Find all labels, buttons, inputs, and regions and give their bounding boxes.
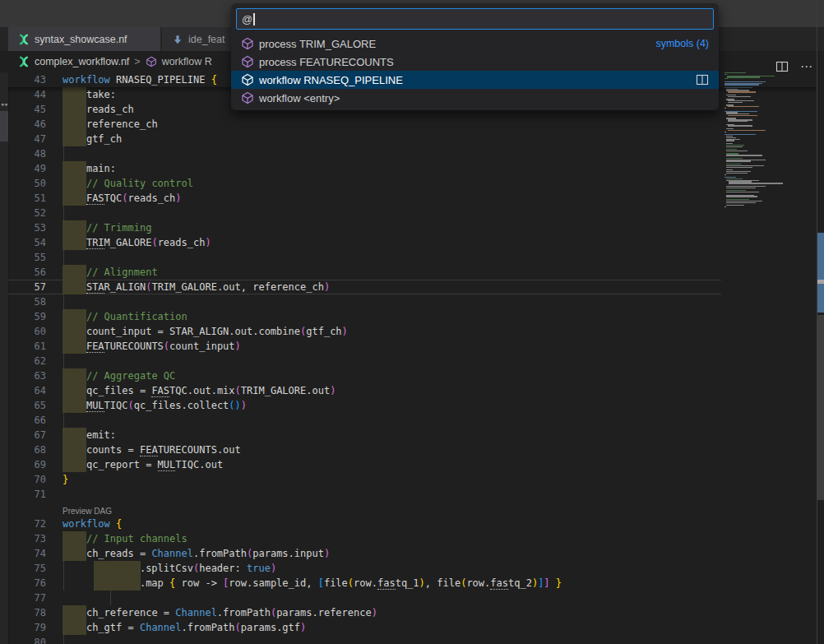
minimap-line bbox=[726, 167, 752, 168]
line-number: 43 bbox=[8, 72, 46, 87]
line-content: main: bbox=[54, 161, 721, 176]
code-line-73[interactable]: 73 // Input channels bbox=[8, 531, 721, 546]
line-number: 50 bbox=[8, 176, 46, 191]
minimap-line bbox=[728, 115, 757, 116]
line-content: qc_report = MULTIQC.out bbox=[54, 457, 721, 472]
code-line-54[interactable]: 54 TRIM_GALORE(reads_ch) bbox=[8, 235, 721, 250]
line-number: 63 bbox=[8, 368, 46, 383]
breadcrumb-symbol[interactable]: workflow R bbox=[162, 56, 212, 67]
code-line-48[interactable]: 48 bbox=[8, 146, 721, 161]
code-line-80[interactable]: 80 bbox=[8, 635, 721, 644]
code-line-53[interactable]: 53 // Trimming bbox=[8, 220, 721, 235]
code-line-46[interactable]: 46 reference_ch bbox=[8, 117, 721, 132]
code-line-77[interactable]: 77 bbox=[8, 591, 721, 605]
code-line-66[interactable]: 66 bbox=[8, 413, 721, 428]
quickpick-item[interactable]: workflow RNASEQ_PIPELINE bbox=[231, 71, 719, 89]
quickpick-item[interactable]: process TRIM_GALOREsymbols (4) bbox=[231, 35, 719, 53]
code-line-67[interactable]: 67 emit: bbox=[8, 428, 721, 442]
quickpick-item[interactable]: process FEATURECOUNTS bbox=[231, 53, 719, 71]
line-number: 56 bbox=[8, 265, 46, 280]
code-line-50[interactable]: 50 // Quality control bbox=[8, 176, 721, 191]
minimap-line bbox=[728, 125, 752, 126]
line-number: 51 bbox=[8, 191, 46, 206]
code-line-75[interactable]: 75 .splitCsv(header: true) bbox=[8, 561, 721, 576]
code-line-78[interactable]: 78 ch_reference = Channel.fromPath(param… bbox=[8, 605, 721, 620]
minimap-line bbox=[726, 160, 751, 161]
code-line-65[interactable]: 65 MULTIQC(qc_files.collect()) bbox=[8, 398, 721, 413]
line-number: 46 bbox=[8, 117, 46, 132]
code-line-47[interactable]: 47 gtf_ch bbox=[8, 132, 721, 146]
code-line-68[interactable]: 68 counts = FEATURECOUNTS.out bbox=[8, 442, 721, 457]
split-editor-icon[interactable] bbox=[775, 60, 789, 73]
code-line-57[interactable]: 57 STAR_ALIGN(TRIM_GALORE.out, reference… bbox=[8, 280, 721, 294]
code-line-64[interactable]: 64 qc_files = FASTQC.out.mix(TRIM_GALORE… bbox=[8, 383, 721, 398]
code-line-62[interactable]: 62 bbox=[8, 354, 721, 368]
minimap-line bbox=[724, 132, 726, 132]
open-to-side-icon[interactable] bbox=[696, 73, 709, 86]
code-line-74[interactable]: 74 ch_reads = Channel.fromPath(params.in… bbox=[8, 546, 721, 561]
line-content: workflow { bbox=[54, 517, 721, 531]
line-number: 48 bbox=[8, 146, 46, 161]
code-line-79[interactable]: 79 ch_gtf = Channel.fromPath(params.gtf) bbox=[8, 620, 721, 635]
code-line-52[interactable]: 52 bbox=[8, 206, 721, 220]
code-line-63[interactable]: 63 // Aggregate QC bbox=[8, 368, 721, 383]
line-number: 47 bbox=[8, 132, 46, 146]
breadcrumb-file[interactable]: complex_workflow.nf bbox=[35, 56, 129, 67]
overflow-dots-icon[interactable]: ●● bbox=[1, 101, 7, 107]
quickpick-input[interactable]: @ bbox=[236, 8, 714, 30]
line-content: // Quantification bbox=[54, 309, 721, 324]
quickpick-item[interactable]: workflow <entry> bbox=[231, 89, 719, 107]
line-content: ch_reference = Channel.fromPath(params.r… bbox=[54, 605, 721, 620]
code-line-70[interactable]: 70} bbox=[8, 472, 721, 487]
symbol-cube-icon bbox=[146, 56, 157, 67]
minimap-line bbox=[726, 196, 757, 197]
quick-pick-panel: @ process TRIM_GALOREsymbols (4)process … bbox=[231, 3, 719, 110]
symbol-cube-icon bbox=[241, 55, 254, 68]
quickpick-item-label: workflow <entry> bbox=[259, 92, 709, 104]
symbol-cube-icon bbox=[241, 73, 254, 86]
code-line-72[interactable]: 72workflow { bbox=[8, 517, 721, 531]
breadcrumb-separator: > bbox=[134, 56, 140, 67]
symbols-count-badge[interactable]: symbols (4) bbox=[655, 38, 709, 49]
strip-scrollbar-thumb[interactable] bbox=[0, 111, 8, 141]
tab-syntax-showcase[interactable]: syntax_showcase.nf bbox=[8, 27, 161, 51]
code-line-58[interactable]: 58 bbox=[8, 294, 721, 309]
quickpick-item-label: process TRIM_GALORE bbox=[259, 38, 650, 50]
code-line-76[interactable]: 76 .map { row -> [row.sample_id, [file(r… bbox=[8, 576, 721, 591]
line-content: MULTIQC(qc_files.collect()) bbox=[54, 398, 721, 413]
code-editor[interactable]: 43workflow RNASEQ_PIPELINE {44 take:45 r… bbox=[8, 72, 817, 644]
line-number: 60 bbox=[8, 324, 46, 339]
line-number: 68 bbox=[8, 442, 46, 457]
line-number: 75 bbox=[8, 561, 46, 576]
quickpick-item-label: process FEATURECOUNTS bbox=[259, 56, 709, 68]
minimap-line bbox=[724, 84, 759, 85]
line-content: FASTQC(reads_ch) bbox=[54, 191, 721, 206]
minimap-line bbox=[729, 183, 783, 183]
code-line-56[interactable]: 56 // Alignment bbox=[8, 265, 721, 280]
line-number: 70 bbox=[8, 472, 46, 487]
code-line-69[interactable]: 69 qc_report = MULTIQC.out bbox=[8, 457, 721, 472]
line-number: 78 bbox=[8, 605, 46, 620]
line-number: 74 bbox=[8, 546, 46, 561]
line-content: gtf_ch bbox=[54, 132, 721, 146]
code-line-55[interactable]: 55 bbox=[8, 250, 721, 265]
minimap-line bbox=[728, 121, 748, 122]
minimap-line bbox=[724, 174, 726, 175]
line-content: reference_ch bbox=[54, 117, 721, 132]
minimap-line bbox=[726, 146, 743, 147]
code-line-61[interactable]: 61 FEATURECOUNTS(count_input) bbox=[8, 339, 721, 354]
code-line-51[interactable]: 51 FASTQC(reads_ch) bbox=[8, 191, 721, 206]
minimap-line bbox=[727, 76, 760, 77]
line-content: emit: bbox=[54, 428, 721, 442]
line-content: // Quality control bbox=[54, 176, 721, 191]
code-line-59[interactable]: 59 // Quantification bbox=[8, 309, 721, 324]
code-line-60[interactable]: 60 count_input = STAR_ALIGN.out.combine(… bbox=[8, 324, 721, 339]
code-line-49[interactable]: 49 main: bbox=[8, 161, 721, 176]
line-content: } bbox=[54, 472, 721, 487]
more-actions-icon[interactable]: ⋯ bbox=[800, 59, 812, 74]
breadcrumb: complex_workflow.nf > workflow R bbox=[0, 51, 249, 72]
scrollbar-overview-ruler[interactable] bbox=[817, 0, 824, 644]
line-content: .splitCsv(header: true) bbox=[54, 561, 721, 576]
minimap[interactable] bbox=[721, 72, 816, 644]
code-line-71[interactable]: 71 bbox=[8, 487, 721, 502]
